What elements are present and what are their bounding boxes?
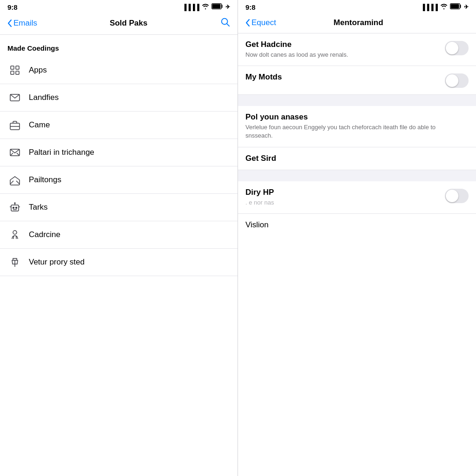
item-label-pailtongs: Pailtongs: [29, 175, 61, 185]
right-status-icons: ▐▐▐▐ ✈: [421, 3, 469, 11]
list-item-came[interactable]: Came: [0, 112, 238, 139]
battery-icon: [212, 3, 223, 11]
left-back-label: Emails: [13, 19, 37, 28]
apps-icon: [7, 63, 22, 78]
divider-2: [238, 170, 476, 181]
person-icon: [7, 227, 22, 242]
left-time: 9:8: [7, 3, 18, 11]
search-button[interactable]: [220, 17, 230, 30]
battery-icon-right: [450, 3, 462, 11]
wifi-icon: [202, 4, 209, 11]
setting-my-motds: My Motds: [238, 66, 476, 95]
hadcine-toggle[interactable]: [445, 41, 469, 55]
wifi-icon-right: [440, 4, 448, 11]
list-item-vetur[interactable]: Vetur prory sted: [0, 249, 238, 276]
open-envelope-icon: [7, 172, 22, 187]
svg-point-25: [13, 231, 17, 234]
divider-1: [238, 95, 476, 106]
svg-rect-6: [16, 66, 19, 69]
right-content: Get Hadcine Now dolt canes as lood as yw…: [238, 33, 476, 476]
section-header: Made Coedings: [0, 35, 238, 57]
item-label-landfies: Landfies: [29, 93, 59, 102]
hadcine-title: Get Hadcine: [245, 40, 439, 49]
right-nav-title: Mentoramind: [334, 18, 383, 27]
list-item-tarks[interactable]: Tarks: [0, 194, 238, 221]
svg-line-13: [10, 153, 13, 156]
robot-icon: [7, 200, 22, 215]
diry-title: Diry HP: [245, 188, 439, 197]
left-nav-bar: Emails Sold Paks: [0, 13, 238, 35]
svg-rect-1: [212, 4, 221, 9]
list-item-apps[interactable]: Apps: [0, 57, 238, 84]
right-nav-bar: Equect Mentoramind: [238, 13, 476, 33]
motds-toggle[interactable]: [445, 73, 469, 88]
right-back-button[interactable]: Equect: [245, 18, 276, 27]
setting-diry-hp: Diry HP . e nor nas: [238, 181, 476, 214]
left-panel: 9:8 ▐▐▐▐ ✈ Emails: [0, 0, 238, 476]
diry-toggle[interactable]: [445, 189, 469, 203]
left-status-bar: 9:8 ▐▐▐▐ ✈: [0, 0, 238, 13]
right-time: 9:8: [245, 3, 256, 11]
svg-rect-8: [16, 71, 19, 74]
signal-icon: ▐▐▐▐: [182, 4, 199, 11]
briefcase-icon: [7, 118, 22, 132]
svg-point-20: [13, 207, 14, 209]
mail-icon: [7, 90, 22, 105]
sird-title: Get Sird: [245, 154, 469, 163]
signal-icon-right: ▐▐▐▐: [421, 4, 438, 11]
pol-subtitle: Verlelue foun aecoun Enggely you tach ch…: [245, 123, 463, 140]
item-label-vetur: Vetur prory sted: [29, 258, 85, 267]
svg-rect-30: [451, 4, 459, 9]
item-label-tarks: Tarks: [29, 203, 48, 212]
svg-point-21: [16, 207, 17, 209]
item-label-apps: Apps: [29, 66, 47, 75]
left-back-button[interactable]: Emails: [7, 19, 37, 28]
list-item-cadrcine[interactable]: Cadrcine: [0, 221, 238, 249]
item-label-cadrcine: Cadrcine: [29, 230, 60, 239]
item-label-paltari: Paltari in trichange: [29, 148, 94, 157]
svg-rect-5: [11, 66, 14, 69]
svg-line-14: [17, 153, 20, 156]
setting-vislion: Vislion: [238, 214, 476, 236]
svg-rect-7: [11, 71, 14, 74]
svg-point-19: [14, 203, 15, 204]
nav-arrow-right: ✈: [464, 4, 469, 10]
vislion-title: Vislion: [245, 220, 469, 230]
left-content: Made Coedings Apps Landfies: [0, 35, 238, 476]
svg-line-4: [227, 24, 229, 26]
hadcine-subtitle: Now dolt canes as lood as ywe renals.: [245, 51, 439, 59]
list-item-landfies[interactable]: Landfies: [0, 84, 238, 112]
list-item-pailtongs[interactable]: Pailtongs: [0, 166, 238, 194]
diry-subtitle: . e nor nas: [245, 198, 439, 207]
setting-pol-youn: Pol youn anases Verlelue foun aecoun Eng…: [238, 106, 476, 147]
svg-rect-17: [11, 205, 19, 211]
setting-get-hadcine: Get Hadcine Now dolt canes as lood as yw…: [238, 33, 476, 66]
pol-title: Pol youn anases: [245, 112, 463, 122]
right-status-bar: 9:8 ▐▐▐▐ ✈: [238, 0, 476, 13]
svg-line-16: [16, 181, 20, 184]
item-label-came: Came: [29, 120, 50, 130]
svg-line-15: [10, 181, 13, 184]
motds-title: My Motds: [245, 73, 439, 82]
list-item-paltari[interactable]: Paltari in trichange: [0, 139, 238, 166]
setting-get-sird: Get Sird: [238, 147, 476, 170]
right-back-label: Equect: [251, 18, 276, 27]
left-status-icons: ▐▐▐▐ ✈: [182, 3, 230, 11]
nav-arrow: ✈: [225, 4, 230, 10]
left-nav-title: Sold Paks: [110, 19, 147, 28]
right-panel: 9:8 ▐▐▐▐ ✈ Equect: [238, 0, 476, 476]
left-list: Apps Landfies Came Palt: [0, 57, 238, 276]
envelope-icon: [7, 145, 22, 160]
pin-icon: [7, 255, 22, 270]
